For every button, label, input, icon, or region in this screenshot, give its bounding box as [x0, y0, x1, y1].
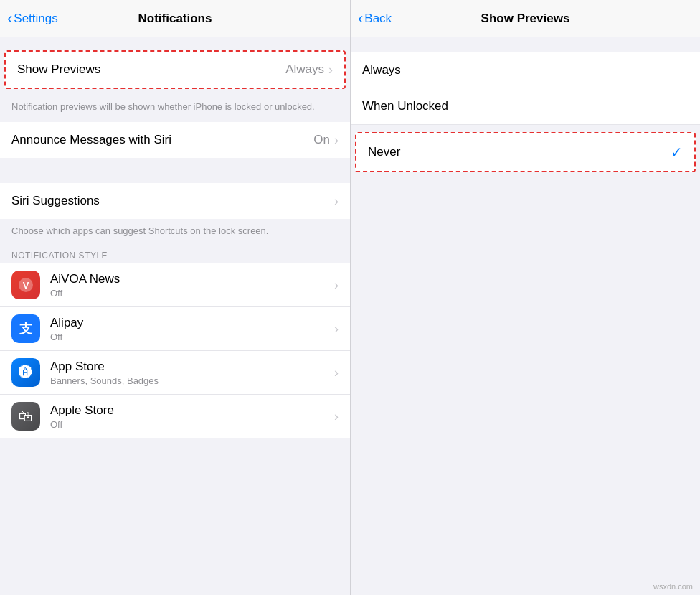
- aivoa-icon: V: [11, 271, 40, 299]
- aivoa-subtitle: Off: [50, 288, 334, 299]
- show-previews-description: Notification previews will be shown whet…: [0, 95, 350, 122]
- applestore-name: Apple Store: [50, 403, 334, 418]
- announce-messages-value: On: [313, 133, 330, 147]
- left-nav-title: Notifications: [138, 11, 212, 26]
- option-when-unlocked-label: When Unlocked: [362, 99, 689, 113]
- right-nav-bar: ‹ Back Show Previews: [351, 0, 700, 37]
- notification-style-label: NOTIFICATION STYLE: [0, 246, 350, 263]
- back-button[interactable]: ‹ Back: [358, 9, 392, 28]
- announce-messages-row[interactable]: Announce Messages with Siri On ›: [0, 122, 350, 158]
- alipay-info: Alipay Off: [50, 316, 334, 342]
- aivoa-name: AiVOA News: [50, 272, 334, 286]
- applestore-subtitle: Off: [50, 419, 334, 430]
- svg-text:V: V: [23, 280, 29, 291]
- app-row-applestore[interactable]: 🛍 Apple Store Off ›: [0, 395, 350, 438]
- alipay-subtitle: Off: [50, 332, 334, 342]
- watermark: wsxdn.com: [653, 582, 693, 591]
- siri-suggestions-row[interactable]: Siri Suggestions ›: [0, 183, 350, 219]
- right-back-label: Back: [364, 11, 392, 26]
- right-back-chevron-icon: ‹: [358, 9, 363, 28]
- applestore-icon: 🛍: [11, 402, 40, 431]
- svg-text:支: 支: [19, 322, 33, 336]
- alipay-icon: 支: [11, 314, 40, 343]
- show-previews-highlight: Show Previews Always ›: [4, 50, 346, 89]
- app-row-aivoa[interactable]: V AiVOA News Off ›: [0, 263, 350, 307]
- right-nav-title: Show Previews: [481, 11, 570, 26]
- show-previews-label: Show Previews: [17, 62, 285, 77]
- app-list: V AiVOA News Off › 支 Alipay Off: [0, 263, 350, 438]
- left-nav-bar: ‹ Settings Notifications: [0, 0, 350, 37]
- separator-1: [0, 158, 350, 183]
- applestore-chevron-icon: ›: [334, 409, 339, 424]
- svg-text:🅐: 🅐: [19, 365, 33, 380]
- app-row-appstore[interactable]: 🅐 App Store Banners, Sounds, Badges ›: [0, 351, 350, 395]
- appstore-name: App Store: [50, 360, 334, 374]
- never-checkmark-icon: ✓: [671, 144, 683, 161]
- back-label: Settings: [14, 11, 57, 26]
- never-highlight: Never ✓: [355, 132, 696, 172]
- left-panel: ‹ Settings Notifications Show Previews A…: [0, 0, 350, 595]
- option-always-row[interactable]: Always: [351, 52, 700, 88]
- appstore-subtitle: Banners, Sounds, Badges: [50, 375, 334, 386]
- show-previews-chevron-icon: ›: [328, 62, 333, 78]
- siri-chevron-icon: ›: [334, 194, 339, 209]
- alipay-chevron-icon: ›: [334, 322, 339, 337]
- alipay-name: Alipay: [50, 316, 334, 330]
- svg-text:🛍: 🛍: [19, 408, 33, 424]
- settings-back-button[interactable]: ‹ Settings: [7, 9, 58, 28]
- app-row-alipay[interactable]: 支 Alipay Off ›: [0, 307, 350, 351]
- options-group-top: Always When Unlocked: [351, 52, 700, 125]
- right-panel: ‹ Back Show Previews Always When Unlocke…: [350, 0, 700, 595]
- appstore-chevron-icon: ›: [334, 365, 339, 380]
- option-always-label: Always: [362, 63, 689, 78]
- show-previews-row[interactable]: Show Previews Always ›: [6, 52, 344, 88]
- appstore-icon: 🅐: [11, 358, 40, 387]
- option-never-row[interactable]: Never ✓: [356, 133, 694, 171]
- siri-section: Siri Suggestions ›: [0, 183, 350, 219]
- option-never-label: Never: [368, 145, 671, 159]
- announce-messages-label: Announce Messages with Siri: [11, 133, 313, 147]
- applestore-info: Apple Store Off: [50, 403, 334, 430]
- aivoa-info: AiVOA News Off: [50, 272, 334, 299]
- show-previews-value: Always: [285, 62, 324, 77]
- option-when-unlocked-row[interactable]: When Unlocked: [351, 88, 700, 124]
- siri-suggestions-label: Siri Suggestions: [11, 194, 334, 208]
- siri-description: Choose which apps can suggest Shortcuts …: [0, 219, 350, 246]
- appstore-info: App Store Banners, Sounds, Badges: [50, 360, 334, 386]
- announce-chevron-icon: ›: [334, 133, 339, 148]
- aivoa-chevron-icon: ›: [334, 278, 339, 293]
- announce-section: Announce Messages with Siri On ›: [0, 122, 350, 158]
- right-options-content: Always When Unlocked Never ✓: [351, 37, 700, 595]
- left-settings-content: Show Previews Always › Notification prev…: [0, 37, 350, 595]
- back-chevron-icon: ‹: [7, 9, 12, 28]
